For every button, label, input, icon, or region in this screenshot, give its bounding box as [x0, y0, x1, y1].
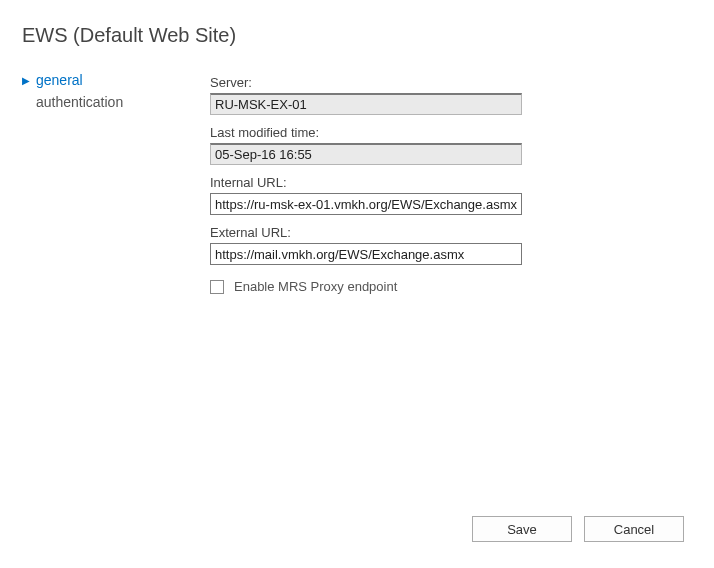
sidebar-item-authentication[interactable]: ▶ authentication [22, 91, 182, 113]
last-modified-label: Last modified time: [210, 125, 522, 140]
last-modified-input [210, 143, 522, 165]
mrs-proxy-label: Enable MRS Proxy endpoint [234, 279, 397, 294]
caret-right-icon: ▶ [22, 75, 32, 86]
field-server: Server: [210, 75, 522, 115]
external-url-label: External URL: [210, 225, 522, 240]
internal-url-input[interactable] [210, 193, 522, 215]
sidebar-item-general[interactable]: ▶ general [22, 69, 182, 91]
external-url-input[interactable] [210, 243, 522, 265]
sidebar-item-label: general [36, 72, 83, 88]
field-internal-url: Internal URL: [210, 175, 522, 215]
server-label: Server: [210, 75, 522, 90]
internal-url-label: Internal URL: [210, 175, 522, 190]
checkbox-icon[interactable] [210, 280, 224, 294]
body: ▶ general ▶ authentication Server: Last … [22, 69, 692, 294]
form-panel: Server: Last modified time: Internal URL… [210, 69, 692, 294]
cancel-button[interactable]: Cancel [584, 516, 684, 542]
server-input [210, 93, 522, 115]
field-last-modified: Last modified time: [210, 125, 522, 165]
save-button[interactable]: Save [472, 516, 572, 542]
field-external-url: External URL: [210, 225, 522, 265]
dialog-root: EWS (Default Web Site) ▶ general ▶ authe… [0, 0, 714, 568]
dialog-footer: Save Cancel [472, 516, 684, 542]
sidebar: ▶ general ▶ authentication [22, 69, 182, 294]
page-title: EWS (Default Web Site) [22, 24, 692, 47]
sidebar-item-label: authentication [36, 94, 123, 110]
mrs-proxy-row[interactable]: Enable MRS Proxy endpoint [210, 279, 692, 294]
